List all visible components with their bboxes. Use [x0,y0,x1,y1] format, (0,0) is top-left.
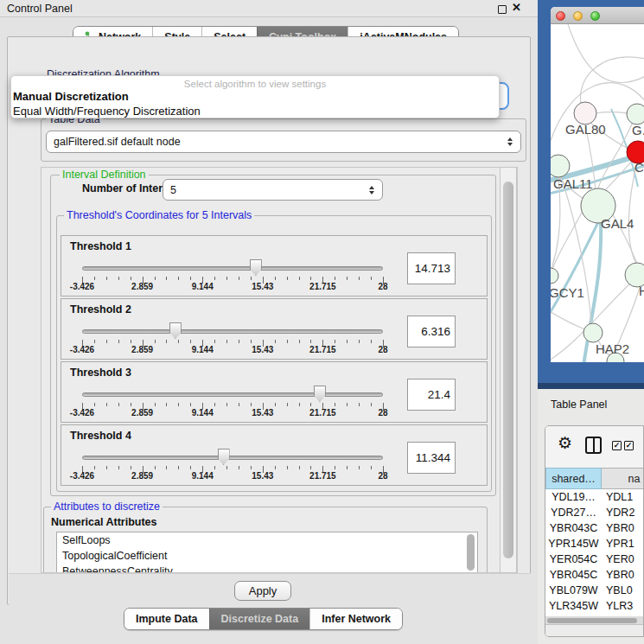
table-row[interactable]: YBR045CYBR0 [545,567,644,583]
tick-mark [371,277,372,280]
tick-mark [335,340,335,343]
popup-option[interactable]: Equal Width/Frequency Discretization [11,104,499,118]
number-of-intervals-spinner[interactable]: 5 [163,179,383,201]
tick-label: 28 [378,471,387,481]
threshold-panel: Threshold 2-3.4262.8599.14415.4321.71528… [61,298,488,360]
cell-name: YLR3 [606,598,644,614]
tick-mark [190,340,191,343]
network-node-label: GCY1 [551,285,584,300]
tick-mark [131,277,131,280]
tick-mark [359,403,360,406]
checkbox-icon[interactable]: ✓ [612,441,622,450]
tick-label: 9.144 [192,471,214,481]
tick-mark [166,403,167,406]
table-hscrollbar[interactable] [545,616,644,624]
network-node[interactable] [551,155,570,177]
threshold-label: Threshold 2 [70,303,131,316]
tick-mark [239,403,239,406]
tab-label: Infer Network [322,613,391,625]
checkbox-icon[interactable]: ✓ [624,441,634,450]
table-hscrollbar-thumb[interactable] [547,618,637,623]
minimize-traffic-light-icon[interactable] [573,11,583,21]
tick-mark [287,466,288,469]
threshold-slider-track[interactable] [82,456,383,460]
table-row[interactable]: YPR145WYPR1 [545,536,644,552]
tick-mark [190,466,191,469]
column-header-name[interactable]: na [602,468,644,489]
tab-impute-data[interactable]: Impute Data [124,609,209,629]
table-row[interactable]: YDR27…YDR2 [545,505,644,520]
list-item[interactable]: TopologicalCoefficient [57,548,477,564]
threshold-value-input[interactable]: 14.713 [407,252,456,284]
popup-option[interactable]: Manual Discretization [11,89,499,104]
threshold-slider-track[interactable] [82,266,383,271]
threshold-slider-thumb[interactable] [250,259,262,276]
tick-mark [347,340,348,343]
network-node-label: GAL80 [565,122,606,137]
scrollbar-thumb[interactable] [467,534,475,571]
tick-label: -3.426 [70,345,94,354]
tick-label: 21.715 [309,345,336,354]
tick-mark [275,403,276,406]
close-icon[interactable]: ✕ [512,1,521,14]
tick-mark [239,277,239,280]
thresholds-title: Threshold's Coordinates for 5 Intervals [64,209,254,221]
tick-label: 28 [378,282,387,291]
panel-scrollbar[interactable] [500,167,517,573]
tick-label: 21.715 [309,471,336,481]
network-node[interactable] [627,104,644,124]
network-node[interactable] [583,323,603,342]
cell-name: YBL0 [606,583,644,598]
list-item[interactable]: SelfLoops [57,532,477,548]
threshold-slider-thumb[interactable] [169,322,182,339]
attributes-scrollbar[interactable] [466,534,475,572]
apply-button[interactable]: Apply [234,581,291,601]
float-window-icon[interactable] [498,5,507,14]
table-row[interactable]: YLR345WYLR3 [545,598,644,614]
tick-label: 15.43 [252,345,273,354]
table-row[interactable]: YBL079WYBL0 [545,583,644,598]
threshold-slider-track[interactable] [82,329,383,334]
tick-mark [287,340,288,343]
tick-mark [287,403,288,406]
network-node[interactable] [551,268,558,284]
tick-label: 2.859 [131,471,153,481]
threshold-slider-thumb[interactable] [314,386,326,402]
tab-label: Impute Data [136,613,198,625]
column-header-shared[interactable]: shared… [545,468,602,489]
tab-discretize-data[interactable]: Discretize Data [209,609,310,629]
tick-mark [214,466,215,469]
tick-mark [251,340,252,343]
tick-mark [299,277,300,280]
close-traffic-light-icon[interactable] [556,11,565,21]
tab-infer-network[interactable]: Infer Network [309,609,402,629]
panel-scrollbar-thumb[interactable] [503,182,513,558]
table-data-combobox[interactable]: galFiltered.sif default node [46,131,521,153]
list-item[interactable]: BetweennessCentrality [57,564,477,573]
threshold-slider-track[interactable] [82,392,383,397]
tick-mark [251,277,252,280]
tick-mark [155,340,156,343]
threshold-value-input[interactable]: 11.344 [407,442,456,474]
zoom-traffic-light-icon[interactable] [590,11,600,21]
combo-stepper-icon[interactable] [507,137,513,146]
threshold-value-input[interactable]: 21.4 [407,379,456,411]
cell-shared-name: YER054C [545,552,602,567]
network-canvas[interactable]: GAL80G.CGAL11GAL4GCY1HHAP2 [551,24,644,362]
table-row[interactable]: YBR043CYBR0 [545,520,644,536]
attributes-list[interactable]: SelfLoopsTopologicalCoefficientBetweenne… [56,532,478,573]
spinner-stepper-icon[interactable] [369,186,374,194]
table-row[interactable]: YDL19…YDL1 [545,489,644,505]
table-row[interactable]: YER054CYER0 [545,552,644,567]
columns-icon[interactable] [585,437,602,454]
threshold-value-input[interactable]: 6.316 [407,316,456,348]
tick-mark [178,403,179,406]
tick-label: 15.43 [252,282,273,291]
threshold-slider-thumb[interactable] [218,449,230,465]
cell-shared-name: YPR145W [545,536,602,552]
tick-mark [239,466,239,469]
gear-icon[interactable]: ⚙ [558,433,572,453]
cell-shared-name: YLR345W [545,598,602,614]
tick-label: -3.426 [70,408,94,418]
thresholds-group: Threshold's Coordinates for 5 Intervals … [56,215,492,492]
